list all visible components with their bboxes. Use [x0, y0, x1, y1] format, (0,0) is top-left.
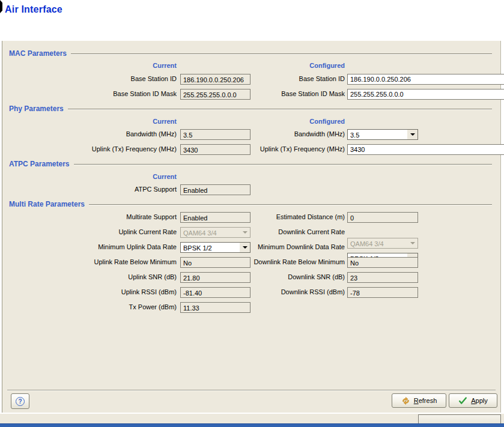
section-title-mac: MAC Parameters	[9, 49, 67, 58]
dropdown-bandwidth-configured[interactable]: 3.5	[347, 129, 418, 140]
apply-button[interactable]: Apply	[449, 393, 497, 408]
section-divider-line	[68, 109, 492, 110]
section-divider-line	[74, 164, 493, 165]
window-bottom-edge	[0, 423, 504, 427]
section-phy-parameters: Phy Parameters	[9, 104, 492, 113]
refresh-icon	[401, 397, 410, 405]
section-divider-line	[89, 204, 492, 205]
field-tx-power: 11.33	[180, 302, 250, 313]
dropdown-bandwidth-value: 3.5	[350, 132, 359, 139]
multirate-row-7: Tx Power (dBm) 11.33	[2, 302, 500, 313]
field-estimated-distance: 0	[347, 212, 418, 223]
multirate-row-2: Uplink Current Rate QAM64 3/4 Downlink C…	[2, 227, 500, 238]
air-interface-panel: MAC Parameters Current Configured Base S…	[2, 41, 501, 413]
section-title-atpc: ATPC Parameters	[9, 160, 70, 168]
field-downlink-snr: 23	[347, 272, 418, 283]
section-divider-line	[71, 53, 492, 55]
section-title-phy: Phy Parameters	[9, 104, 64, 113]
multirate-row-6: Uplink RSSI (dBm) -81.40 Downlink RSSI (…	[2, 287, 500, 298]
multirate-row-3: Minimum Uplink Data Rate BPSK 1/2 Minimu…	[2, 242, 500, 253]
window-edge-artifact	[0, 0, 2, 13]
mac-row-base-station-id-mask: Base Station ID Mask 255.255.255.0.0.0 B…	[2, 89, 500, 100]
label-atpc-support: ATPC Support	[2, 186, 177, 193]
chevron-down-icon[interactable]	[407, 130, 417, 139]
page-title: Air Interface	[5, 4, 62, 15]
label-minimum-downlink-data-rate: Minimum Downlink Data Rate	[2, 243, 345, 250]
refresh-button[interactable]: Refresh	[392, 393, 446, 408]
input-base-station-id-configured[interactable]	[347, 74, 504, 85]
field-downlink-rate-below-minimum: No	[347, 257, 418, 268]
label-downlink-rssi: Downlink RSSI (dBm)	[2, 288, 345, 295]
input-base-station-id-mask-configured[interactable]	[347, 89, 504, 100]
help-icon: ?	[16, 397, 25, 406]
label-base-station-id-configured: Base Station ID	[2, 75, 345, 82]
help-button[interactable]: ?	[11, 393, 29, 409]
phy-row-uplink-frequency: Uplink (Tx) Frequency (MHz) 3430 Uplink …	[2, 144, 500, 156]
label-base-station-id-mask-configured: Base Station ID Mask	[2, 90, 345, 97]
footer-divider-line	[7, 390, 496, 391]
atpc-current-header: Current	[2, 173, 177, 181]
apply-button-label: Apply	[471, 397, 488, 404]
refresh-button-label: Refresh	[414, 397, 437, 404]
multirate-row-4: Uplink Rate Below Minimum No Downlink Ra…	[2, 257, 500, 268]
field-atpc-support: Enabled	[180, 184, 250, 195]
label-downlink-rate-below-minimum: Downlink Rate Below Minimum	[2, 258, 345, 265]
label-tx-power: Tx Power (dBm)	[2, 303, 177, 310]
multirate-row-5: Uplink SNR (dB) 21.80 Downlink SNR (dB) …	[2, 272, 500, 283]
label-downlink-snr: Downlink SNR (dB)	[2, 273, 345, 280]
multirate-row-1: Multirate Support Enabled Estimated Dist…	[2, 212, 500, 223]
air-interface-page: { "title": "Air Interface", "headers": {…	[0, 0, 504, 427]
label-downlink-current-rate: Downlink Current Rate	[2, 228, 345, 235]
input-uplink-frequency-configured[interactable]	[347, 144, 504, 155]
section-multi-rate-parameters: Multi Rate Parameters	[9, 200, 492, 208]
help-question-mark: ?	[18, 398, 22, 405]
checkmark-icon	[458, 397, 467, 405]
label-estimated-distance: Estimated Distance (m)	[2, 213, 345, 220]
label-bandwidth-configured: Bandwidth (MHz)	[2, 130, 345, 138]
label-uplink-frequency-configured: Uplink (Tx) Frequency (MHz)	[2, 145, 345, 153]
section-title-multi-rate: Multi Rate Parameters	[9, 200, 85, 208]
phy-row-bandwidth: Bandwidth (MHz) 3.5 Bandwidth (MHz) 3.5	[2, 129, 500, 141]
phy-configured-header: Configured	[2, 118, 345, 126]
section-mac-parameters: MAC Parameters	[9, 49, 492, 58]
section-atpc-parameters: ATPC Parameters	[9, 160, 492, 168]
field-downlink-rssi: -78	[347, 287, 418, 298]
mac-configured-header: Configured	[2, 62, 345, 70]
atpc-row-support: ATPC Support Enabled	[2, 184, 500, 196]
mac-row-base-station-id: Base Station ID 186.190.0.0.250.206 Base…	[2, 74, 500, 85]
